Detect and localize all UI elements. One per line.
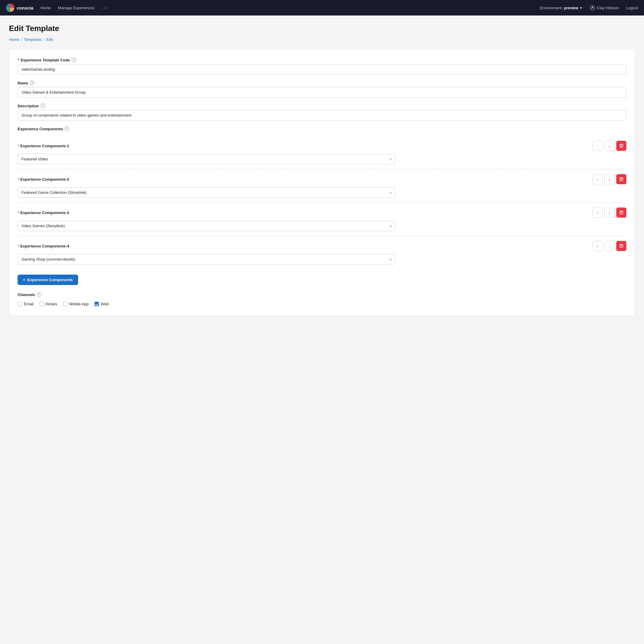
component-required-star: *: [18, 177, 19, 182]
component-row: * Experience Components-2 ↑ ↓: [18, 169, 626, 203]
up-arrow-icon: ↑: [596, 210, 599, 215]
component-select-wrapper: Featured Game Collection (Storyblok) ∨: [18, 187, 395, 198]
component-label: * Experience Components-4: [18, 244, 69, 248]
logo[interactable]: conscia: [6, 4, 33, 12]
template-code-input[interactable]: [18, 64, 626, 75]
description-field: Description ?: [18, 103, 626, 120]
environment-selector[interactable]: Environment: preview ▼: [540, 6, 583, 10]
channels-section: Channels ? Email Kiosks Mobile App Web: [18, 292, 626, 306]
component-label-text: Experience Components-3: [20, 210, 69, 215]
channel-option-kiosks[interactable]: Kiosks: [40, 302, 57, 306]
components-container: * Experience Components-1 ↑ ↓: [18, 136, 626, 269]
component-select[interactable]: Gaming Shop (commercetools): [18, 254, 395, 264]
components-help-icon: ?: [64, 126, 69, 131]
nav-more-dots[interactable]: ···: [102, 5, 108, 11]
component-actions: ↑ ↓: [592, 141, 626, 151]
add-component-plus-icon: +: [23, 278, 25, 282]
component-label: * Experience Components-3: [18, 210, 69, 215]
component-select[interactable]: Featured Video: [18, 154, 395, 164]
environment-dropdown-arrow: ▼: [580, 6, 583, 10]
component-select-wrapper: Featured Video ∨: [18, 154, 395, 164]
component-row-header: * Experience Components-4 ↑ ↓: [18, 241, 626, 251]
down-arrow-icon: ↓: [608, 210, 611, 215]
logout-button[interactable]: Logout: [626, 6, 638, 10]
component-move-down-button[interactable]: ↓: [604, 208, 614, 218]
breadcrumb-sep-1: /: [21, 37, 22, 42]
component-required-star: *: [18, 210, 19, 215]
name-input[interactable]: [18, 87, 626, 97]
add-component-label: Experience Components: [27, 278, 73, 282]
component-actions: ↑ ↓: [592, 241, 626, 251]
user-menu[interactable]: Clay Hobson: [590, 5, 619, 10]
component-delete-button[interactable]: [616, 174, 626, 184]
component-row-header: * Experience Components-1 ↑ ↓: [18, 141, 626, 151]
component-row: * Experience Components-1 ↑ ↓: [18, 136, 626, 169]
component-delete-button[interactable]: [616, 208, 626, 218]
page-content: Edit Template Home / Templates / Edit * …: [0, 16, 644, 644]
channel-checkbox-kiosks[interactable]: [40, 302, 44, 306]
component-move-up-button[interactable]: ↑: [592, 174, 603, 184]
delete-icon: [619, 244, 623, 249]
svg-rect-9: [620, 211, 623, 214]
environment-value: preview: [564, 6, 578, 10]
component-required-star: *: [18, 144, 19, 148]
component-move-down-button[interactable]: ↓: [604, 141, 614, 151]
component-row: * Experience Components-3 ↑ ↓: [18, 203, 626, 236]
breadcrumb: Home / Templates / Edit: [9, 37, 635, 42]
channel-label-mobile_app: Mobile App: [69, 302, 89, 306]
channel-checkbox-web[interactable]: [95, 302, 99, 306]
description-input[interactable]: [18, 110, 626, 120]
channel-label-email: Email: [24, 302, 34, 306]
up-arrow-icon: ↑: [596, 244, 599, 249]
component-select-wrapper: Gaming Shop (commercetools) ∨: [18, 254, 395, 264]
channel-option-mobile_app[interactable]: Mobile App: [63, 302, 89, 306]
channels-help-icon: ?: [37, 292, 41, 297]
component-row: * Experience Components-4 ↑ ↓: [18, 236, 626, 269]
channel-checkbox-email[interactable]: [18, 302, 22, 306]
component-delete-button[interactable]: [616, 141, 626, 151]
form-card: * Experience Template Code ? Name ? Desc…: [9, 49, 635, 316]
channel-option-web[interactable]: Web: [95, 302, 109, 306]
component-move-up-button[interactable]: ↑: [592, 208, 603, 218]
component-select[interactable]: Featured Game Collection (Storyblok): [18, 187, 395, 198]
description-label-text: Description: [18, 104, 39, 108]
name-label-text: Name: [18, 81, 28, 85]
component-label-text: Experience Components-2: [20, 177, 69, 182]
channels-label: Channels ?: [18, 292, 626, 297]
svg-rect-13: [620, 245, 623, 247]
description-label: Description ?: [18, 103, 626, 108]
channel-option-email[interactable]: Email: [18, 302, 34, 306]
up-arrow-icon: ↑: [596, 143, 599, 148]
add-component-button[interactable]: + Experience Components: [18, 275, 78, 285]
channel-label-web: Web: [101, 302, 109, 306]
user-name: Clay Hobson: [597, 6, 619, 10]
description-help-icon: ?: [41, 103, 45, 108]
component-required-star: *: [18, 244, 19, 248]
channel-checkbox-mobile_app[interactable]: [63, 302, 68, 306]
breadcrumb-sep-2: /: [44, 37, 45, 42]
component-select-wrapper: Video Games (Storyblok) ∨: [18, 221, 395, 231]
breadcrumb-templates[interactable]: Templates: [24, 37, 41, 42]
environment-label: Environment:: [540, 6, 563, 10]
component-select[interactable]: Video Games (Storyblok): [18, 221, 395, 231]
nav-home[interactable]: Home: [41, 6, 51, 10]
breadcrumb-edit[interactable]: Edit: [46, 37, 53, 42]
component-move-up-button[interactable]: ↑: [592, 241, 603, 251]
component-delete-button[interactable]: [616, 241, 626, 251]
component-label-text: Experience Components-1: [20, 144, 69, 148]
nav-manage-experiences[interactable]: Manage Experiences: [58, 6, 95, 10]
component-label-text: Experience Components-4: [20, 244, 69, 248]
down-arrow-icon: ↓: [608, 244, 611, 249]
component-actions: ↑ ↓: [592, 208, 626, 218]
breadcrumb-home[interactable]: Home: [9, 37, 19, 42]
name-help-icon: ?: [30, 81, 34, 85]
components-section-label: Experience Components ?: [18, 126, 626, 131]
component-label: * Experience Components-1: [18, 144, 69, 148]
component-actions: ↑ ↓: [592, 174, 626, 184]
template-code-help-icon: ?: [72, 58, 76, 62]
component-row-header: * Experience Components-2 ↑ ↓: [18, 174, 626, 184]
page-title: Edit Template: [9, 24, 635, 33]
down-arrow-icon: ↓: [608, 177, 611, 182]
delete-icon: [619, 210, 623, 215]
component-move-down-button[interactable]: ↓: [604, 174, 614, 184]
